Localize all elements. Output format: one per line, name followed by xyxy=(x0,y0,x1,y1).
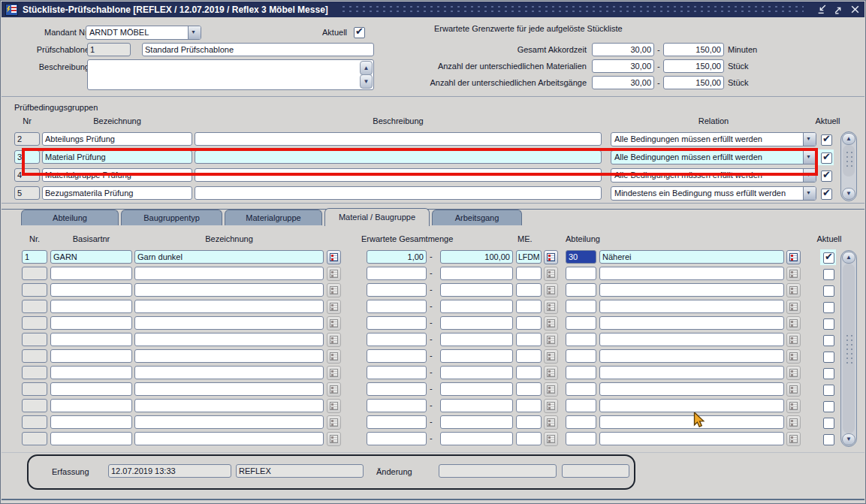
lov-button[interactable] xyxy=(544,415,558,430)
lov-button[interactable] xyxy=(544,349,558,364)
detail-nr-field[interactable] xyxy=(22,333,47,346)
detail-aktuell-checkbox[interactable] xyxy=(823,285,834,297)
group-nr-field[interactable]: 3 xyxy=(14,150,40,164)
basisartnr-field[interactable] xyxy=(50,399,132,412)
chevron-down-icon[interactable] xyxy=(803,169,816,182)
bezeichnung-field[interactable] xyxy=(134,382,324,396)
abteilung-name-field[interactable] xyxy=(599,267,784,280)
lov-button[interactable] xyxy=(544,283,558,297)
menge-von-field[interactable] xyxy=(367,382,427,396)
menge-bis-field[interactable] xyxy=(440,300,513,313)
restore-down-button[interactable] xyxy=(816,4,828,15)
menge-von-field[interactable] xyxy=(367,267,427,280)
scroll-up-button[interactable]: ▲ xyxy=(842,133,855,145)
detail-nr-field[interactable] xyxy=(22,283,47,297)
tab-arbeitsgang[interactable]: Arbeitsgang xyxy=(432,210,522,225)
chevron-down-icon[interactable] xyxy=(803,187,816,200)
abteilung-nr-field[interactable] xyxy=(566,415,596,429)
group-beschreibung-field[interactable] xyxy=(195,186,602,200)
group-beschreibung-field[interactable] xyxy=(195,132,602,146)
pruefschablone-name-field[interactable]: Standard Prüfschablone xyxy=(142,43,374,56)
group-aktuell-checkbox[interactable] xyxy=(821,171,832,182)
abteilung-nr-field[interactable] xyxy=(566,300,596,313)
me-field[interactable] xyxy=(516,366,542,379)
abteilung-nr-field[interactable] xyxy=(566,399,596,412)
group-relation-combo[interactable]: Alle Bedingungen müssen erfüllt werden xyxy=(611,150,816,164)
detail-aktuell-checkbox[interactable] xyxy=(823,368,834,379)
abteilung-nr-field[interactable]: 30 xyxy=(566,250,596,264)
bezeichnung-field[interactable] xyxy=(134,415,324,429)
tab-materialgruppe[interactable]: Materialgruppe xyxy=(225,210,322,225)
lov-button[interactable] xyxy=(327,300,341,314)
lov-button[interactable] xyxy=(786,333,801,347)
materialien-max-field[interactable]: 150,00 xyxy=(663,59,724,73)
me-field[interactable] xyxy=(516,349,542,363)
abteilung-name-field[interactable] xyxy=(599,382,784,396)
group-bezeichnung-field[interactable]: Materialgruppe Prüfung xyxy=(42,168,192,182)
lov-button[interactable] xyxy=(544,432,558,446)
group-aktuell-checkbox[interactable] xyxy=(821,189,832,200)
menge-bis-field[interactable] xyxy=(440,283,513,297)
lov-button[interactable] xyxy=(544,267,558,281)
detail-aktuell-checkbox[interactable] xyxy=(823,335,834,346)
menge-bis-field[interactable] xyxy=(440,267,513,280)
lov-button[interactable] xyxy=(786,300,801,314)
groups-scrollbar[interactable]: ▲ ▼ xyxy=(840,131,857,201)
menge-von-field[interactable] xyxy=(367,366,427,379)
abteilung-name-field[interactable] xyxy=(599,432,784,445)
group-nr-field[interactable]: 4 xyxy=(14,168,40,182)
abteilung-name-field[interactable] xyxy=(599,415,784,429)
me-field[interactable] xyxy=(516,382,542,396)
detail-nr-field[interactable]: 1 xyxy=(22,250,47,264)
basisartnr-field[interactable] xyxy=(50,366,132,379)
group-aktuell-checkbox[interactable] xyxy=(821,134,832,146)
lov-button[interactable] xyxy=(544,250,558,264)
bezeichnung-field[interactable]: Garn dunkel xyxy=(134,250,324,264)
me-field[interactable] xyxy=(516,415,542,429)
me-field[interactable] xyxy=(516,333,542,346)
bezeichnung-field[interactable] xyxy=(134,300,324,313)
lov-button[interactable] xyxy=(786,316,801,330)
menge-bis-field[interactable] xyxy=(440,366,513,379)
group-beschreibung-field[interactable] xyxy=(195,168,602,182)
tab-material-baugruppe[interactable]: Material / Baugruppe xyxy=(324,208,430,226)
bezeichnung-field[interactable] xyxy=(134,399,324,412)
aktuell-checkbox[interactable] xyxy=(354,27,365,38)
menge-von-field[interactable] xyxy=(367,415,427,429)
close-button[interactable] xyxy=(849,4,861,15)
menge-bis-field[interactable] xyxy=(440,399,513,412)
menge-bis-field[interactable] xyxy=(440,316,513,330)
chevron-down-icon[interactable] xyxy=(803,151,816,164)
lov-button[interactable] xyxy=(786,250,801,264)
menge-bis-field[interactable] xyxy=(440,432,513,445)
bezeichnung-field[interactable] xyxy=(134,333,324,346)
abteilung-name-field[interactable] xyxy=(599,399,784,412)
scroll-down-button[interactable]: ▼ xyxy=(842,433,855,445)
detail-aktuell-checkbox[interactable] xyxy=(823,352,834,363)
abteilung-name-field[interactable] xyxy=(599,366,784,379)
menge-von-field[interactable]: 1,00 xyxy=(367,250,427,264)
detail-nr-field[interactable] xyxy=(22,267,47,280)
scroll-up-button[interactable]: ▲ xyxy=(360,61,373,75)
lov-button[interactable] xyxy=(786,399,801,413)
detail-aktuell-checkbox[interactable] xyxy=(823,302,834,313)
basisartnr-field[interactable]: GARN xyxy=(50,250,132,264)
lov-button[interactable] xyxy=(786,267,801,281)
scroll-down-button[interactable]: ▼ xyxy=(842,188,855,200)
group-relation-combo[interactable]: Alle Bedingungen müssen erfüllt werden xyxy=(611,168,816,183)
abteilung-name-field[interactable] xyxy=(599,300,784,313)
detail-scrollbar[interactable]: ▲ ▼ xyxy=(840,250,857,447)
arbeitsgaenge-max-field[interactable]: 150,00 xyxy=(663,76,724,89)
detail-nr-field[interactable] xyxy=(22,300,47,313)
lov-button[interactable] xyxy=(786,415,801,430)
me-field[interactable] xyxy=(516,283,542,297)
restore-up-button[interactable] xyxy=(832,4,844,15)
basisartnr-field[interactable] xyxy=(50,382,132,396)
me-field[interactable] xyxy=(516,316,542,330)
detail-nr-field[interactable] xyxy=(22,349,47,363)
detail-nr-field[interactable] xyxy=(22,415,47,429)
detail-aktuell-checkbox[interactable] xyxy=(823,269,834,280)
lov-button[interactable] xyxy=(544,333,558,347)
basisartnr-field[interactable] xyxy=(50,283,132,297)
lov-button[interactable] xyxy=(327,399,341,413)
